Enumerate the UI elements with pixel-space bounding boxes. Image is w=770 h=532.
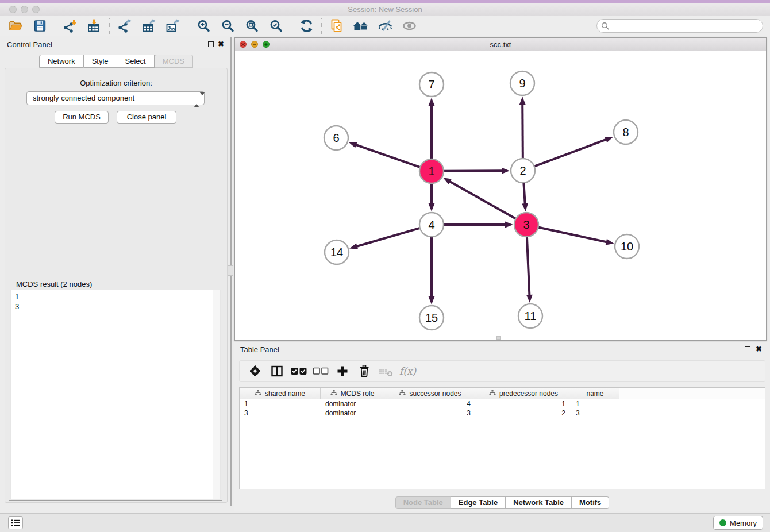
tab-network-table[interactable]: Network Table [506,496,572,509]
open-session-icon[interactable] [3,17,28,35]
function-builder-icon[interactable]: f(x) [397,362,419,380]
graph-edge-arrow [349,142,357,148]
tab-select[interactable]: Select [117,55,155,68]
panel-splitter-grip[interactable] [228,265,233,276]
graph-edge-3-10[interactable] [538,227,608,242]
network-canvas[interactable]: 7968124310141511 [235,51,766,340]
run-mcds-button[interactable]: Run MCDS [55,111,109,124]
mcds-result-area[interactable]: 1 3 [10,290,221,499]
table-cell[interactable]: 3 [240,408,321,418]
graph-edge-3-1[interactable] [449,181,516,219]
tab-style[interactable]: Style [84,55,117,68]
toggle-columns-icon[interactable] [266,362,288,380]
import-network-icon[interactable] [58,17,82,35]
graph-edge-4-14[interactable] [356,228,420,247]
table-cell[interactable]: 1 [240,399,321,408]
delete-entry-icon[interactable] [353,362,375,380]
export-image-icon[interactable] [161,17,185,35]
clone-network-icon[interactable] [325,17,349,35]
mcds-result-text: 1 3 [11,290,220,311]
task-history-button[interactable] [8,516,23,529]
export-table-icon[interactable] [137,17,161,35]
refresh-icon[interactable] [294,17,318,35]
graph-node-label: 1 [428,165,434,178]
tab-mcds[interactable]: MCDS [155,55,193,68]
graph-node-label: 7 [428,78,434,91]
first-neighbors-icon[interactable] [349,17,373,35]
table-settings-icon[interactable] [244,362,266,380]
table-row[interactable]: 3dominator323 [240,408,765,418]
graph-node-label: 3 [523,218,529,231]
column-header-label: shared name [265,390,305,398]
graph-node-label: 9 [519,77,525,90]
toolbar-separator [321,18,322,34]
mcds-result-group: MCDS result (2 nodes) 1 3 [9,284,222,501]
column-header-MCDS-role[interactable]: MCDS role [321,388,384,399]
tab-network[interactable]: Network [39,55,84,68]
table-cell[interactable]: dominator [321,399,384,408]
graph-edge-1-2[interactable] [444,171,503,171]
select-all-icon[interactable] [288,362,310,380]
status-bar: Memory [0,513,770,532]
column-header-predecessor-nodes[interactable]: predecessor nodes [476,388,571,399]
toolbar-separator [188,18,188,34]
column-header-name[interactable]: name [571,388,619,399]
table-float-icon[interactable] [745,346,750,352]
column-header-shared-name[interactable]: shared name [240,388,321,399]
import-table-icon[interactable] [82,17,106,35]
zoom-out-icon[interactable] [215,17,240,35]
table-cell[interactable]: 1 [476,399,571,408]
tab-edge-table[interactable]: Edge Table [451,496,506,509]
deselect-all-icon[interactable] [310,362,332,380]
float-panel-icon[interactable] [208,41,214,47]
tab-motifs[interactable]: Motifs [572,496,609,509]
graph-edge-3-11[interactable] [527,237,530,296]
graph-node-label: 8 [622,126,629,138]
graph-edge-arrow [606,239,614,245]
main-titlebar: Session: New Session [0,3,770,16]
table-cell[interactable]: 3 [571,408,619,418]
optimization-label: Optimization criterion: [5,79,227,87]
close-panel-button[interactable]: Close panel [117,111,176,124]
graph-edge-2-3[interactable] [523,183,525,205]
table-cell[interactable]: dominator [321,408,384,418]
control-panel: Control Panel ✖ NetworkStyleSelectMCDS O… [2,37,230,506]
zoom-in-icon[interactable] [191,17,215,35]
graph-edge-arrow [522,203,528,211]
graph-edge-arrow [605,137,613,142]
graph-node-label: 14 [330,246,343,259]
hide-graphics-details-icon[interactable] [373,17,397,35]
list-icon [11,519,20,527]
column-header-filler [619,388,765,399]
graph-edge-1-6[interactable] [355,144,420,167]
network-titlebar[interactable]: ✕ – + scc.txt [235,38,766,51]
memory-status-icon [719,519,726,526]
table-close-icon[interactable]: ✖ [756,345,762,353]
optimization-dropdown[interactable]: strongly connected component [26,91,205,105]
table-cell[interactable]: 2 [476,408,571,418]
toolbar-separator [55,18,55,34]
memory-button[interactable]: Memory [713,516,763,530]
table-tabs: Node TableEdge TableNetwork TableMotifs [234,496,770,509]
search-input[interactable] [596,19,763,33]
table-row[interactable]: 1dominator411 [240,399,765,408]
graph-edge-2-9[interactable] [522,103,523,159]
graph-edge-2-8[interactable] [534,139,607,167]
result-scrollbar[interactable] [213,290,220,499]
save-session-icon[interactable] [28,17,52,35]
node-table-body: 1dominator4113dominator323 [240,399,765,418]
table-toolbar: f(x) [239,360,765,382]
table-cell[interactable]: 4 [384,399,476,408]
network-resize-grip[interactable] [496,336,501,340]
close-panel-icon[interactable]: ✖ [218,40,224,48]
add-entry-icon[interactable] [332,362,353,380]
graph-edge-arrow [505,222,513,228]
graph-edge-arrow [526,295,533,303]
export-network-icon[interactable] [113,17,137,35]
column-header-successor-nodes[interactable]: successor nodes [384,388,476,399]
zoom-fit-icon[interactable] [240,17,264,35]
tab-node-table[interactable]: Node Table [395,496,451,509]
table-cell[interactable]: 3 [384,408,476,418]
table-cell[interactable]: 1 [571,399,619,408]
zoom-selected-icon[interactable] [264,17,288,35]
